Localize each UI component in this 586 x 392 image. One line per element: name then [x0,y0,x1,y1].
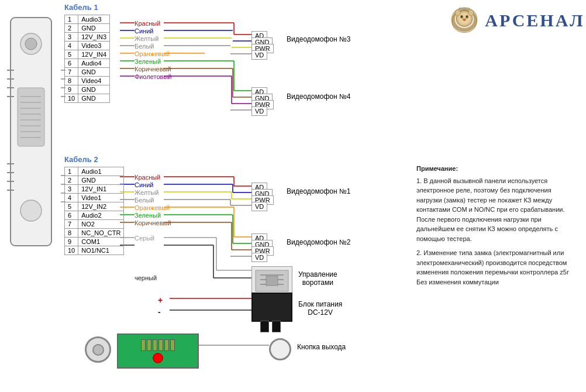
cable-row-num: 5 [65,202,78,211]
vphone4-label: Видеодомофон №4 [287,92,350,101]
svg-point-1 [20,33,42,54]
main-container: { "logo": { "video_text": "ВИДЕО", "bran… [0,0,586,392]
cable-row-signal: Video4 [78,77,110,85]
wire-label-green-2: Зеленый [135,212,161,219]
cable2-row: 312V_IN1 [65,185,124,194]
svg-point-112 [467,16,468,17]
cable-row-num: 4 [65,42,78,50]
svg-point-111 [461,16,463,17]
cable1-row: 4Video3 [65,42,110,50]
cable-row-signal: GND [78,85,110,94]
cable-row-num: 6 [65,59,78,68]
cable-row-signal: NO2 [78,220,124,229]
cable1-row: 312V_IN3 [65,33,110,42]
wire-label-green-1: Зеленый [135,58,161,65]
svg-text:ВИДЕО: ВИДЕО [459,7,470,11]
cable-row-num: 5 [65,50,78,59]
wire-label-red-1: Красный [135,20,160,27]
cable-row-signal: 12V_IN4 [78,50,110,59]
svg-rect-104 [266,276,278,286]
plus-label: + [158,295,163,305]
wire-label-blue-2: Синий [135,181,153,188]
cable-row-num: 2 [65,176,78,185]
cable2-row: 4Video1 [65,194,124,202]
wire-label-orange-2: Оранжевый [135,204,170,211]
cable1-label: Кабель 1 [64,3,98,12]
cable-row-num: 3 [65,185,78,194]
cable1-row: 1Audio3 [65,15,110,24]
controller-board [117,333,199,369]
cable-row-num: 3 [65,33,78,42]
exit-button-icon [269,338,291,360]
cable-row-signal: 12V_IN3 [78,33,110,42]
svg-point-2 [25,38,37,50]
connector-vd-4: VD [251,106,267,116]
wire-label-brown-1: Коричневый [135,66,171,73]
svg-point-113 [463,18,466,20]
cable-row-signal: NC_NO_CTR [78,229,124,238]
wire-label-blue-1: Синий [135,27,153,35]
power-block [251,293,292,322]
cable-row-num: 1 [65,167,78,176]
svg-rect-0 [11,18,51,246]
wire-label-yellow-2: Желтый [135,189,158,196]
cable-row-signal: GND [78,94,110,103]
cable-row-num: 10 [65,246,78,255]
cable-row-signal: GND [78,24,110,33]
cable2-row: 1Audio1 [65,167,124,176]
wire-label-orange-1: Оранжевый [135,50,170,57]
cable-row-signal: NO1/NC1 [78,246,124,255]
wire-label-white-1: Белый [135,43,154,50]
cable1-row: 8Video4 [65,77,110,85]
exit-button-label: Кнопка выхода [297,343,346,351]
cable-row-signal: GND [78,68,110,77]
cable-row-num: 6 [65,211,78,220]
logo-lion-icon: ВИДЕО [447,6,482,35]
cable1-row: 9GND [65,85,110,94]
cable-row-signal: COM1 [78,238,124,246]
cable1-row: 10GND [65,94,110,103]
notes-section: Примечание: 1. В данной вызывной панели … [416,164,574,287]
cable2-row: 9COM1 [65,238,124,246]
speaker-component [85,336,111,363]
cable-row-signal: Audio4 [78,59,110,68]
wire-label-purple-1: Фиолетовый [135,73,171,80]
wire-label-red-2: Красный [135,174,160,181]
notes-point-2: 2. Изменение типа замка (электромагнитны… [416,248,574,287]
cable2-row: 8NC_NO_CTR [65,229,124,238]
svg-point-115 [468,10,474,16]
cable2-row: 2GND [65,176,124,185]
cable-row-signal: Video3 [78,42,110,50]
cable2-table: 1Audio12GND312V_IN14Video1512V_IN26Audio… [64,167,124,255]
cable-row-signal: Video1 [78,194,124,202]
gate-box [251,266,292,295]
cable-row-num: 8 [65,77,78,85]
notes-title: Примечание: [416,164,574,174]
wire-label-gray: Серый [135,235,154,242]
wire-label-yellow-1: Желтый [135,35,158,42]
logo-area: ВИДЕО АРСЕНАЛ [457,6,574,35]
cable-row-num: 8 [65,229,78,238]
cable-row-num: 4 [65,194,78,202]
svg-point-114 [456,10,461,16]
cable-row-signal: 12V_IN2 [78,202,124,211]
cable-row-num: 9 [65,238,78,246]
power-plug-left [260,321,269,332]
minus-label: - [158,307,161,317]
wire-label-white-2: Белый [135,197,154,204]
svg-point-12 [20,200,42,221]
notes-point-1: 1. В данной вызывной панели используется… [416,176,574,244]
cable2-row: 512V_IN2 [65,202,124,211]
cable2-label: Кабель 2 [64,155,98,164]
cable-row-signal: Audio1 [78,167,124,176]
wire-label-brown-2: Коричневый [135,219,171,226]
gate-label: Управлениеворотами [298,270,337,287]
cable1-row: 6Audio4 [65,59,110,68]
power-label: Блок питанияDC-12V [298,300,342,317]
cable-row-num: 7 [65,220,78,229]
vphone1-label: Видеодомофон №1 [287,187,350,195]
cable-row-num: 1 [65,15,78,24]
cable-row-signal: GND [78,176,124,185]
power-plug-right [272,321,281,332]
cable2-row: 7NO2 [65,220,124,229]
